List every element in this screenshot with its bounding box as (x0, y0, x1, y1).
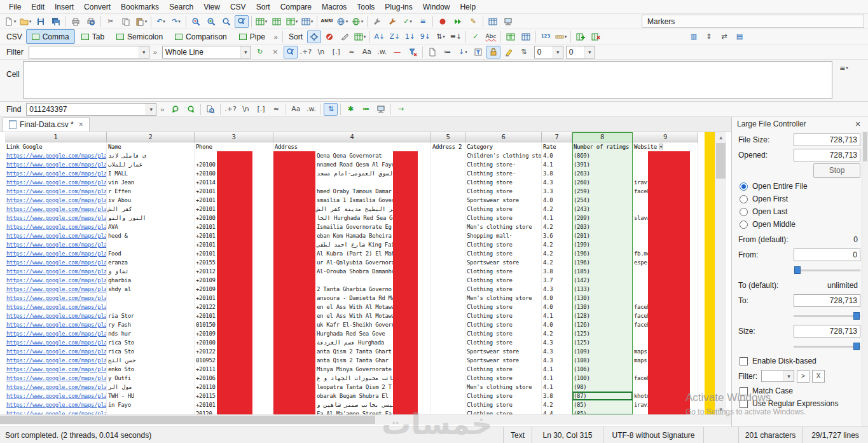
horizontal-scrollbar[interactable] (0, 414, 731, 425)
find-icon[interactable] (219, 15, 233, 28)
cell-link[interactable]: https://www.google.com/maps/plac (5, 187, 107, 196)
cell-category[interactable]: Sportswear store (465, 258, 542, 267)
filter-range-toggle[interactable]: [.] (329, 46, 343, 58)
cell-category[interactable]: Clothing store (465, 240, 542, 249)
vertical-scroll-thumb[interactable] (716, 143, 726, 179)
save-icon[interactable] (34, 15, 48, 28)
cell-category[interactable]: Clothing store (465, 311, 542, 320)
cell-phone[interactable]: +20101 (195, 311, 273, 320)
cell-address[interactable]: nnamed Road Qesm Al Fayo (273, 160, 431, 169)
cell-rate[interactable]: 4.3 (542, 347, 572, 356)
cell-ratings[interactable]: (125) (572, 329, 633, 338)
cell-website[interactable] (633, 338, 698, 347)
column-header-6[interactable]: Category (465, 142, 542, 151)
cell-rate[interactable]: 3.6 (542, 231, 572, 240)
wrap-lines-icon[interactable]: ≡ (416, 15, 430, 28)
cell-name[interactable]: تشاو و (107, 267, 195, 276)
cell-rate[interactable]: 3.3 (542, 187, 572, 196)
csv-document-icon[interactable]: ▾ (254, 15, 268, 28)
table-menu-icon[interactable]: ▾ (353, 31, 367, 43)
scroll-down-arrow[interactable]: ▼ (715, 404, 726, 414)
run-macro-icon[interactable] (451, 15, 465, 28)
close-filter-icon[interactable]: × (268, 46, 282, 58)
filter-icon[interactable] (235, 15, 249, 28)
cell-link[interactable]: https://www.google.com/maps/plac (5, 178, 107, 187)
cell-link[interactable]: https://www.google.com/maps/plac (5, 303, 107, 311)
zoom-out-icon[interactable] (189, 15, 203, 28)
filter-regex-toggle[interactable]: .+? (299, 46, 313, 58)
radio-open-first[interactable]: Open First (740, 194, 868, 203)
cell-name[interactable]: vin Jean (107, 178, 195, 187)
cell-name[interactable] (107, 303, 195, 311)
cell-category[interactable]: Sportswear store (465, 196, 542, 205)
cell-ratings[interactable]: (142) (572, 276, 633, 285)
cut-icon[interactable]: ✂ (104, 15, 118, 28)
cell-address[interactable]: Hurghada Red Sea Gove (273, 329, 431, 338)
cell-website[interactable] (633, 205, 698, 214)
cell-address[interactable]: السوق العمومى-امام مسجد (273, 169, 431, 178)
cell-website[interactable] (633, 294, 698, 303)
refresh-filter-icon[interactable]: ↻ (253, 46, 267, 58)
cell-rate[interactable]: 4.1 (542, 365, 572, 374)
column-header-5[interactable]: Address 2 (431, 142, 465, 151)
cell-rate[interactable]: 4.3 (542, 356, 572, 365)
column-number-6[interactable]: 6 (465, 132, 542, 142)
cell-link[interactable]: https://www.google.com/maps/plac (5, 311, 107, 320)
csv-mode-comparison[interactable]: Comparison (169, 29, 233, 44)
radio-open-entire-file[interactable]: Open Entire File (740, 182, 868, 191)
cell-rate[interactable]: 4.0 (542, 294, 572, 303)
paste-icon[interactable]: ▾ (134, 15, 148, 28)
cell-link[interactable]: https://www.google.com/maps/plac (5, 214, 107, 222)
cell-address2[interactable] (431, 294, 465, 303)
cell-rate[interactable]: 4.2 (542, 205, 572, 214)
cell-phone[interactable]: +20100 (195, 169, 273, 178)
cell-address[interactable]: ur Al-Qalyubia Governora (273, 258, 431, 267)
cell-address[interactable]: Al-Orouba Shobra Damanho (273, 267, 431, 276)
column-number-9[interactable]: 9 (633, 132, 698, 142)
cell-phone[interactable]: +20101 (195, 294, 273, 303)
cell-rate[interactable]: 4.2 (542, 329, 572, 338)
menu-compare[interactable]: Compare (275, 1, 317, 13)
scroll-up-arrow[interactable]: ▲ (715, 132, 726, 142)
menu-bookmarks[interactable]: Bookmarks (116, 1, 164, 13)
cell-website[interactable]: iravi (633, 400, 698, 409)
cell-link[interactable]: https://www.google.com/maps/plac (5, 196, 107, 205)
cell-ratings[interactable]: (185) (572, 267, 633, 276)
open-file-icon[interactable]: ▾ (18, 15, 32, 28)
copy-icon[interactable] (119, 15, 133, 28)
cell-ratings[interactable]: (98) (572, 383, 633, 392)
filter-whole-word-toggle[interactable]: .w. (375, 46, 389, 58)
ansi-encoding-icon[interactable]: ANSI (320, 15, 334, 28)
cell-category[interactable]: Shopping mall· (465, 231, 542, 240)
column-number-7[interactable]: 7 (542, 132, 572, 142)
rows-view-icon[interactable]: ▤ (733, 31, 747, 43)
cell-name[interactable]: النور والتو (107, 214, 195, 222)
cell-address2[interactable] (431, 303, 465, 311)
tab-close-icon[interactable]: × (77, 120, 83, 129)
new-file-icon[interactable]: ▾ (3, 15, 17, 28)
size-slider[interactable] (794, 342, 860, 351)
tools-icon[interactable] (370, 15, 384, 28)
cell-website[interactable] (633, 151, 698, 160)
cell-website[interactable]: esper (633, 258, 698, 267)
cell-phone[interactable]: +20122 (195, 347, 273, 356)
spell-check-icon[interactable]: Abc (484, 31, 498, 43)
cell-address2[interactable] (431, 374, 465, 383)
cell-rate[interactable]: 3.7 (542, 276, 572, 285)
filter-escape-toggle[interactable]: \n (314, 46, 328, 58)
cell-name[interactable]: enko Sto (107, 365, 195, 374)
cell-name[interactable]: heed & (107, 231, 195, 240)
cell-website[interactable]: faceb (633, 320, 698, 329)
csv-columns-icon[interactable] (270, 15, 284, 28)
cell-link[interactable]: https://www.google.com/maps/plac (5, 169, 107, 178)
filter-list-icon[interactable]: ≔ (441, 46, 455, 58)
cell-address2[interactable] (431, 347, 465, 356)
cell-address[interactable]: anta Qism 2 Tanta Ghar (273, 356, 431, 365)
cell-phone[interactable]: +20101 (195, 222, 273, 231)
enable-disk-checkbox[interactable] (740, 357, 748, 365)
cell-ratings[interactable]: (196) (572, 249, 633, 258)
filter-input[interactable]: ▾ (29, 46, 149, 58)
cell-address[interactable]: Minya Minya Governorate (273, 365, 431, 374)
panel-filter-dropdown[interactable]: ▾ (761, 370, 794, 382)
insert-column-icon[interactable] (574, 31, 588, 43)
